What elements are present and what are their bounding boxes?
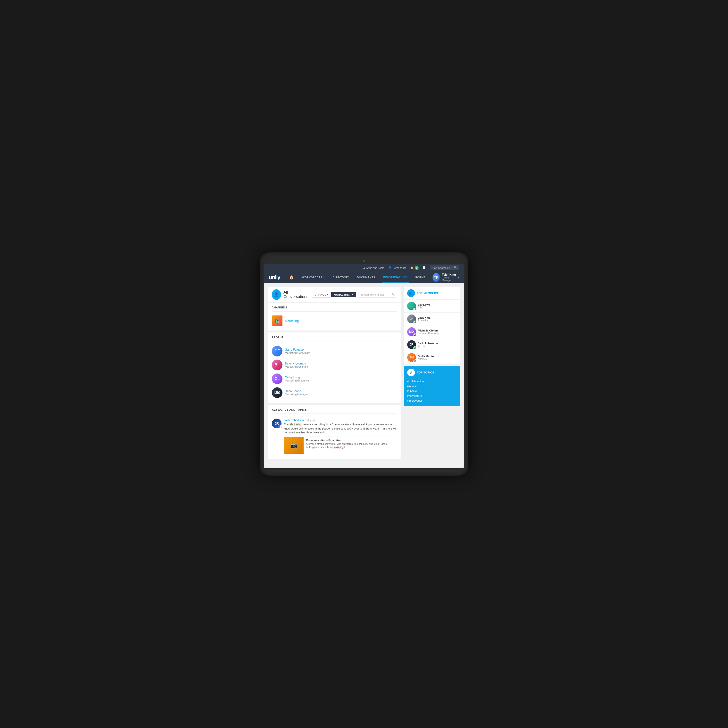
- member-name-3: Jack Robertson: [418, 342, 438, 345]
- member-avatar-0: LL 💬: [407, 301, 416, 310]
- person-role-0: Marketing Consultant: [285, 352, 310, 354]
- member-avatar-1: JH 💬: [407, 315, 416, 323]
- nav-documents[interactable]: DOCUMENTS: [356, 272, 376, 283]
- top-search-bar[interactable]: Start Searching... 🔍: [430, 266, 459, 270]
- person-avatar-0: GF: [272, 346, 283, 356]
- channel-search-placeholder: Search this channel: [360, 293, 384, 296]
- post-card-content: Communications Executive Are you a stron…: [304, 437, 397, 454]
- member-jack-robertson[interactable]: JR 💬 Jack Robertson VP HR: [404, 338, 460, 351]
- person-avatar-3: DB: [272, 387, 283, 398]
- forms-label: FORMS: [416, 276, 426, 279]
- member-name-4: Stella Martin: [418, 355, 434, 358]
- post-author-avatar: JR 💬: [272, 419, 281, 428]
- member-name-2: Michelle Obrien: [418, 329, 439, 332]
- person-garry-ferguson[interactable]: GF Garry Ferguson Marketing Consultant: [272, 344, 397, 358]
- home-nav-item[interactable]: 🏠: [288, 272, 295, 283]
- post-card-title: Communications Executive: [306, 439, 394, 442]
- grid-icon: ⊞: [363, 266, 365, 269]
- member-lily-lowe[interactable]: LL 💬 Lily Lowe CEO: [404, 300, 460, 312]
- topic-1[interactable]: #intranet: [407, 384, 457, 388]
- top-topics-header: # TOP TOPICS: [407, 369, 457, 376]
- person-info-1: Beverly Leonard Marketing Assistant: [285, 362, 308, 368]
- search-icon: 🔍: [454, 266, 457, 269]
- topic-2[interactable]: #update: [407, 388, 457, 393]
- topic-4[interactable]: #improvedui: [407, 398, 457, 403]
- person-icon: 👤: [388, 266, 392, 269]
- people-title: PEOPLE: [272, 336, 397, 339]
- person-role-3: Marketing Manager: [285, 393, 308, 396]
- nav-workspaces[interactable]: WORKSPACES ▾: [301, 272, 326, 283]
- nav-conversations[interactable]: CONVERSATIONS: [382, 272, 408, 283]
- person-avatar-img-2: CL: [272, 373, 283, 384]
- top-search-placeholder: Start Searching...: [432, 266, 452, 269]
- personalise-label: Personalise: [393, 266, 407, 269]
- post-card[interactable]: 📷 Communications Executive Are you a str…: [284, 437, 397, 454]
- post-item: JR 💬 Jack Robertson 1 day ago The: [272, 417, 397, 456]
- post-text-before: The: [284, 423, 289, 426]
- filter-tag[interactable]: MARKETING ✕: [331, 292, 356, 297]
- personalise-link[interactable]: 👤 Personalise: [388, 266, 407, 269]
- post-author-name[interactable]: Jack Robertson: [284, 419, 304, 422]
- nav-user: TK Tyler King Project Manager ▾: [433, 273, 459, 282]
- person-name-3: Dana Boone: [285, 390, 308, 393]
- channel-thumb-image: 🛍️: [272, 315, 283, 326]
- conversations-label: CONVERSATIONS: [383, 276, 408, 278]
- member-info-4: Stella Martin Attorney: [418, 355, 434, 360]
- person-avatar-2: CL: [272, 373, 283, 384]
- document-icon-button[interactable]: 📄: [422, 266, 426, 269]
- topic-0[interactable]: #collaboration: [407, 379, 457, 384]
- filter-remove-button[interactable]: ✕: [352, 293, 354, 296]
- apps-tools-link[interactable]: ⊞ Apps and Tools: [363, 266, 384, 269]
- directory-label: DIRECTORY: [332, 276, 349, 279]
- member-stella-martin[interactable]: SM 💬 Stella Martin Attorney: [404, 351, 460, 364]
- logo[interactable]: unily: [269, 274, 280, 280]
- member-avatar-4: SM 💬: [407, 353, 416, 362]
- person-dana-boone[interactable]: DB Dana Boone Marketing Manager: [272, 386, 397, 399]
- person-cathy-long[interactable]: CL Cathy Long Marketing Executive: [272, 372, 397, 385]
- nav-user-role: Project Manager: [442, 277, 456, 282]
- notification-bell[interactable]: 🔔 8: [410, 266, 419, 270]
- chevron-down-icon: ▾: [323, 276, 325, 279]
- member-role-0: CEO: [418, 306, 430, 309]
- nav-forms[interactable]: FORMS: [414, 272, 427, 283]
- card-text-before: Are you a strong copy-writer with an int…: [306, 443, 387, 449]
- member-michelle-obrien[interactable]: MO 💬 Michelle Obrien Software Developer: [404, 326, 460, 338]
- post-content: Jack Robertson 1 day ago The Marketing t…: [284, 419, 397, 454]
- top-topics-card: # TOP TOPICS #collaboration #intranet #u…: [404, 366, 460, 406]
- apps-tools-label: Apps and Tools: [366, 266, 384, 269]
- nav-directory[interactable]: DIRECTORY: [332, 272, 350, 283]
- change-button[interactable]: CHANGE ▾: [312, 292, 331, 298]
- top-bar: ⊞ Apps and Tools 👤 Personalise 🔔 8 📄 Sta…: [264, 264, 464, 272]
- member-name-1: Jack Hart: [418, 316, 430, 319]
- keywords-divider: [272, 413, 397, 414]
- member-badge-0: 💬: [413, 308, 416, 310]
- channel-search[interactable]: Search this channel 🔍: [358, 292, 397, 298]
- member-role-4: Attorney: [418, 358, 434, 360]
- chat-icon: 💬: [279, 426, 281, 428]
- content-area: 👤 All Conversations CHANGE ▾ MARKETING ✕: [264, 283, 464, 468]
- filter-tag-label: MARKETING: [334, 293, 350, 296]
- top-members-header: 👥 TOP MEMBERS: [404, 287, 460, 300]
- keywords-title: KEYWORDS AND TOPICS: [272, 408, 397, 411]
- top-members-card: 👥 TOP MEMBERS LL 💬 Lily Lowe CEO: [404, 287, 460, 364]
- channel-marketing[interactable]: 🛍️ Marketing: [272, 315, 397, 327]
- page-title: All Conversations: [283, 290, 310, 299]
- person-role-2: Marketing Executive: [285, 379, 309, 382]
- page-header: 👤 All Conversations CHANGE ▾ MARKETING ✕: [268, 287, 401, 302]
- nav-user-chevron[interactable]: ▾: [458, 276, 459, 278]
- page-icon: 👤: [272, 289, 281, 300]
- bell-icon: 🔔: [410, 266, 414, 269]
- channel-name: Marketing: [285, 319, 299, 323]
- keywords-section: KEYWORDS AND TOPICS JR 💬 Jack Robertson: [268, 405, 401, 459]
- topic-3[interactable]: #newfeature: [407, 393, 457, 398]
- nav-avatar-image: TK: [433, 273, 439, 281]
- change-label: CHANGE: [315, 293, 326, 296]
- member-info-0: Lily Lowe CEO: [418, 303, 430, 309]
- member-badge-2: 💬: [413, 333, 416, 336]
- member-jack-hart[interactable]: JH 💬 Jack Hart Executive: [404, 312, 460, 326]
- person-beverly-leonard[interactable]: BL Beverly Leonard Marketing Assistant: [272, 358, 397, 372]
- people-divider: [272, 341, 397, 341]
- tablet-screen: ⊞ Apps and Tools 👤 Personalise 🔔 8 📄 Sta…: [264, 264, 464, 468]
- member-name-0: Lily Lowe: [418, 303, 430, 306]
- nav-user-name: Tyler King: [442, 273, 456, 277]
